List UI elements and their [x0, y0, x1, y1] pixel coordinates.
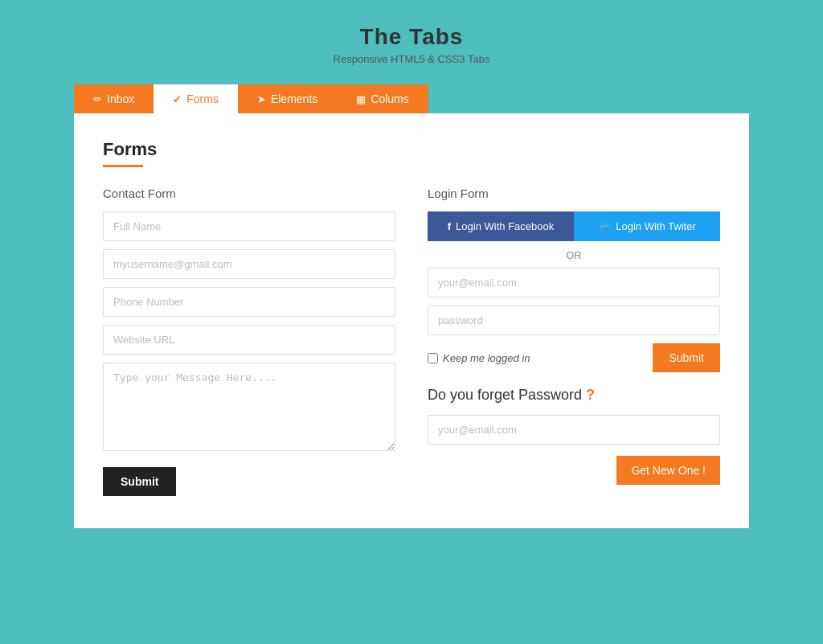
keep-logged-label[interactable]: Keep me logged in [428, 352, 530, 364]
page-subtitle: Responsive HTML5 & CSS3 Tabs [334, 53, 490, 65]
check-icon: ✔ [173, 93, 182, 105]
tab-elements-label: Elements [271, 92, 317, 105]
facebook-icon: f [448, 220, 451, 232]
grid-icon: ▦ [356, 93, 366, 105]
tab-inbox[interactable]: ✏ Inbox [74, 84, 154, 113]
tabs-bar: ✏ Inbox ✔ Forms ➤ Elements ▦ Colums [74, 84, 749, 113]
twitter-icon: 🐦 [598, 220, 611, 232]
tab-elements[interactable]: ➤ Elements [238, 84, 337, 113]
twitter-login-button[interactable]: 🐦 Login With Twiter [574, 211, 720, 241]
page-title: The Tabs [334, 24, 490, 50]
pencil-icon: ✏ [93, 93, 102, 105]
contact-form-column: Contact Form Submit [103, 187, 395, 496]
login-form-label: Login Form [428, 187, 720, 200]
full-name-input[interactable] [103, 211, 395, 241]
forgot-password-title: Do you forget Password ? [428, 387, 720, 404]
get-new-row: Get New One ! [428, 456, 720, 485]
keep-logged-row: Keep me logged in Submit [428, 343, 720, 372]
social-buttons: f Login With Facebook 🐦 Login With Twite… [428, 211, 720, 241]
tab-inbox-label: Inbox [107, 92, 134, 105]
login-form-column: Login Form f Login With Facebook 🐦 Login… [428, 187, 720, 496]
keep-logged-checkbox[interactable] [428, 353, 438, 363]
phone-input[interactable] [103, 287, 395, 317]
login-submit-button[interactable]: Submit [653, 343, 720, 372]
tab-forms[interactable]: ✔ Forms [154, 84, 238, 113]
contact-email-input[interactable] [103, 249, 395, 279]
forms-grid: Contact Form Submit Login Form f Login W… [103, 187, 720, 496]
get-new-button[interactable]: Get New One ! [616, 456, 720, 485]
website-input[interactable] [103, 325, 395, 355]
forgot-password-highlight: ? [586, 387, 595, 403]
login-password-input[interactable] [428, 306, 720, 335]
tab-forms-label: Forms [186, 92, 219, 105]
page-header: The Tabs Responsive HTML5 & CSS3 Tabs [334, 24, 490, 65]
content-area: Forms Contact Form Submit Login Form f L… [74, 113, 749, 528]
login-email-input[interactable] [428, 268, 720, 297]
arrow-icon: ➤ [257, 93, 266, 105]
contact-form-label: Contact Form [103, 187, 395, 200]
contact-submit-button[interactable]: Submit [103, 467, 176, 496]
section-title: Forms [103, 139, 720, 160]
forgot-email-input[interactable] [428, 415, 720, 445]
tab-columns-label: Colums [371, 92, 408, 105]
section-underline [103, 165, 143, 167]
tab-columns[interactable]: ▦ Colums [337, 84, 428, 113]
message-textarea[interactable] [103, 363, 395, 451]
facebook-login-button[interactable]: f Login With Facebook [428, 211, 574, 241]
or-divider: OR [428, 249, 720, 261]
